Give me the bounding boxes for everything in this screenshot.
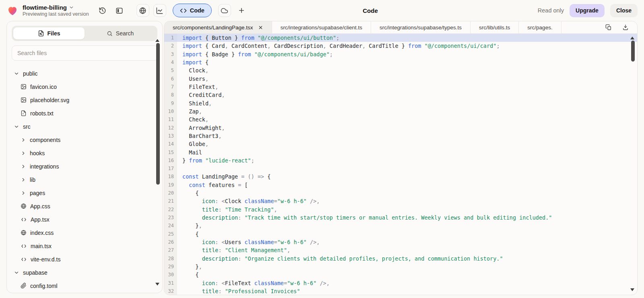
app-logo[interactable] xyxy=(6,4,19,16)
code-icon xyxy=(21,243,27,249)
tree-item-hooks[interactable]: hooks xyxy=(7,146,162,160)
history-button[interactable] xyxy=(96,4,109,17)
code-line-27[interactable]: 27 title: "Client Management", xyxy=(164,246,637,254)
code-text: Shield, xyxy=(177,100,212,107)
tree-item-components[interactable]: components xyxy=(7,133,162,146)
add-button[interactable] xyxy=(235,4,248,17)
tree-item-vite-env-d-ts[interactable]: vite-env.d.ts xyxy=(7,253,162,266)
tab-search[interactable]: Search xyxy=(85,27,156,39)
tree-item-robots-txt[interactable]: robots.txt xyxy=(7,107,162,120)
code-line-20[interactable]: 20 { xyxy=(164,189,637,197)
line-number: 29 xyxy=(164,263,177,271)
scroll-down-arrow[interactable] xyxy=(155,283,159,286)
close-button[interactable]: Close xyxy=(610,4,638,17)
code-line-12[interactable]: 12 ArrowRight, xyxy=(164,123,637,132)
code-line-25[interactable]: 25 { xyxy=(164,230,637,238)
code-view-button[interactable]: Code xyxy=(173,4,212,17)
tree-item-index-css[interactable]: index.css xyxy=(7,226,162,239)
code-line-31[interactable]: 31 icon: <FileText className="w-6 h-6" /… xyxy=(164,279,637,287)
code-line-10[interactable]: 10 Zap, xyxy=(164,107,637,115)
code-editor[interactable]: 1import { Button } from "@/components/ui… xyxy=(164,34,637,295)
code-line-21[interactable]: 21 icon: <Clock className="w-6 h-6" />, xyxy=(164,197,637,205)
tree-item-supabase[interactable]: supabase xyxy=(7,266,162,279)
chevron-down-icon xyxy=(14,124,19,129)
tree-item-label: vite-env.d.ts xyxy=(31,256,60,263)
tree-item-label: hooks xyxy=(30,150,45,156)
scroll-down-arrow[interactable] xyxy=(630,288,634,291)
code-line-19[interactable]: 19 const features = [ xyxy=(164,181,637,189)
tree-item-label: robots.txt xyxy=(30,110,54,117)
code-line-24[interactable]: 24 }, xyxy=(164,222,637,230)
code-line-29[interactable]: 29 }, xyxy=(164,263,637,271)
tree-item-public[interactable]: public xyxy=(7,67,162,80)
code-line-32[interactable]: 32 title: "Professional Invoices" xyxy=(164,287,637,295)
code-text: import { Button } from "@/components/ui/… xyxy=(177,35,339,41)
tree-item-label: favicon.ico xyxy=(30,84,57,90)
tree-item-favicon-ico[interactable]: favicon.ico xyxy=(7,80,162,93)
line-number: 19 xyxy=(164,181,177,189)
tab-src-pages[interactable]: src/pages. xyxy=(519,21,561,33)
code-line-23[interactable]: 23 description: "Track time with start/s… xyxy=(164,214,637,222)
code-line-2[interactable]: 2import { Card, CardContent, CardDescrip… xyxy=(164,42,637,50)
tree-item-app-tsx[interactable]: App.tsx xyxy=(7,213,162,226)
sidebar-scrollbar-thumb[interactable] xyxy=(156,43,160,185)
code-line-18[interactable]: 18const LandingPage = () => { xyxy=(164,173,637,181)
download-button[interactable] xyxy=(621,23,630,32)
code-line-11[interactable]: 11 Check, xyxy=(164,115,637,123)
tab-src-lib-utils-ts[interactable]: src/lib/utils.ts xyxy=(471,21,519,33)
code-line-15[interactable]: 15 Mail xyxy=(164,148,637,156)
search-files-input[interactable] xyxy=(12,45,158,61)
scroll-up-arrow[interactable] xyxy=(155,39,159,42)
code-line-14[interactable]: 14 Globe, xyxy=(164,140,637,148)
tree-item-integrations[interactable]: integrations xyxy=(7,160,162,173)
code-line-26[interactable]: 26 icon: <Users className="w-6 h-6" />, xyxy=(164,238,637,246)
code-line-9[interactable]: 9 Shield, xyxy=(164,99,637,107)
code-line-5[interactable]: 5 Clock, xyxy=(164,66,637,74)
line-number: 16 xyxy=(164,156,177,164)
tree-item-main-tsx[interactable]: main.tsx xyxy=(7,239,162,253)
tree-item-src[interactable]: src xyxy=(7,120,162,133)
code-line-8[interactable]: 8 CreditCard, xyxy=(164,91,637,99)
code-text: import { Card, CardContent, CardDescript… xyxy=(177,43,500,49)
tab-label: src/integrations/supabase/client.ts xyxy=(281,25,362,31)
line-number: 5 xyxy=(164,66,177,74)
cloud-button[interactable] xyxy=(218,4,231,17)
tree-item-app-css[interactable]: App.css xyxy=(7,199,162,213)
editor-scrollbar-thumb[interactable] xyxy=(631,41,635,62)
code-line-3[interactable]: 3import { Badge } from "@/components/ui/… xyxy=(164,50,637,58)
code-line-7[interactable]: 7 FileText, xyxy=(164,83,637,91)
tree-item-placeholder-svg[interactable]: placeholder.svg xyxy=(7,93,162,107)
code-line-28[interactable]: 28 description: "Organize clients with d… xyxy=(164,254,637,262)
code-line-1[interactable]: 1import { Button } from "@/components/ui… xyxy=(164,34,637,42)
close-icon[interactable] xyxy=(258,25,263,30)
code-line-30[interactable]: 30 { xyxy=(164,271,637,279)
line-number: 9 xyxy=(164,99,177,107)
tab-src-integrations-supabase-types-ts[interactable]: src/integrations/supabase/types.ts xyxy=(371,21,471,33)
code-line-22[interactable]: 22 title: "Time Tracking", xyxy=(164,206,637,214)
tree-item-label: main.tsx xyxy=(31,243,52,249)
copy-button[interactable] xyxy=(604,23,613,32)
tab-src-components-landingpage-tsx[interactable]: src/components/LandingPage.tsx xyxy=(164,21,272,33)
tab-files[interactable]: Files xyxy=(13,27,85,39)
tree-item-pages[interactable]: pages xyxy=(7,186,162,199)
scroll-up-arrow[interactable] xyxy=(630,37,634,39)
code-line-16[interactable]: 16} from "lucide-react"; xyxy=(164,156,637,164)
code-line-6[interactable]: 6 Users, xyxy=(164,75,637,83)
preview-button[interactable] xyxy=(136,4,149,17)
analytics-button[interactable] xyxy=(153,4,166,17)
code-line-17[interactable]: 17 xyxy=(164,164,637,173)
upgrade-button[interactable]: Upgrade xyxy=(570,4,605,17)
tab-label: src/integrations/supabase/types.ts xyxy=(380,25,462,31)
code-line-4[interactable]: 4import { xyxy=(164,58,637,66)
line-number: 14 xyxy=(164,140,177,148)
project-name-menu[interactable]: flowtime-billing xyxy=(23,4,89,11)
code-text: Mail xyxy=(177,149,202,156)
tree-item-lib[interactable]: lib xyxy=(7,173,162,186)
tree-item-config-toml[interactable]: config.toml xyxy=(7,279,162,292)
tab-src-integrations-supabase-client-ts[interactable]: src/integrations/supabase/client.ts xyxy=(272,21,371,33)
code-line-13[interactable]: 13 BarChart3, xyxy=(164,132,637,140)
panel-toggle-button[interactable] xyxy=(113,4,126,17)
tab-search-label: Search xyxy=(116,30,134,37)
code-text: description: "Track time with start/stop… xyxy=(177,214,552,221)
code-text: title: "Professional Invoices" xyxy=(177,288,300,294)
